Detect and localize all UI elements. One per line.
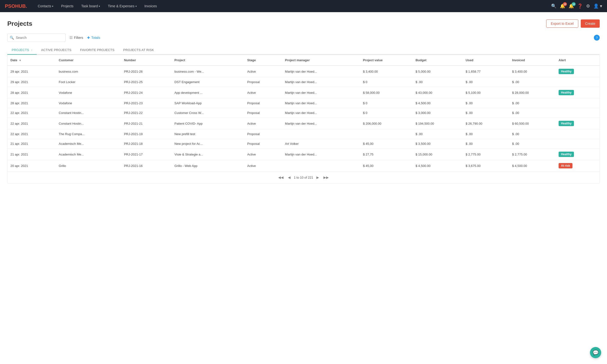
cell-budget: $ .00 bbox=[413, 77, 463, 87]
col-budget[interactable]: Budget bbox=[413, 55, 463, 65]
cell-number: PRJ-2021-23 bbox=[121, 98, 172, 108]
col-alert[interactable]: Alert bbox=[556, 55, 599, 65]
cell-invoiced: $ .00 bbox=[509, 129, 556, 139]
next-page-button[interactable]: ▶ bbox=[315, 175, 320, 180]
col-project[interactable]: Project bbox=[172, 55, 244, 65]
notification-badge-2: 10 bbox=[572, 2, 576, 6]
chevron-down-icon: ▾ bbox=[99, 5, 100, 8]
tab-favorite-projects[interactable]: FAVORITE PROJECTS bbox=[76, 46, 119, 54]
cell-project: DST Engagement bbox=[172, 77, 244, 87]
settings-icon[interactable]: ⚙ bbox=[586, 3, 590, 9]
help-icon[interactable]: ❓ bbox=[577, 3, 583, 9]
export-excel-button[interactable]: Export to Excel bbox=[546, 19, 578, 28]
cell-number: PRJ-2021-17 bbox=[121, 149, 172, 160]
page-content: Projects Export to Excel Create 🔍 ☷ Filt… bbox=[0, 12, 607, 364]
cell-value: $ 0 bbox=[360, 98, 412, 108]
cell-budget: $ 4,500.00 bbox=[413, 160, 463, 171]
cell-value: $ 27,75 bbox=[360, 149, 412, 160]
prev-page-button[interactable]: ◀ bbox=[287, 175, 292, 180]
cell-date: 29 apr. 2021 bbox=[8, 77, 56, 87]
nav-contacts[interactable]: Contacts ▾ bbox=[34, 2, 57, 10]
cell-value: $ 58,000.00 bbox=[360, 87, 412, 98]
search-wrap: 🔍 bbox=[7, 34, 66, 42]
filters-button[interactable]: ☷ Filters bbox=[69, 36, 83, 39]
table-row[interactable]: 22 apr. 2021 Constant Hostin... PRJ-2021… bbox=[8, 108, 599, 118]
nav-time-expenses[interactable]: Time & Expenses ▾ bbox=[104, 2, 140, 10]
col-stage[interactable]: Stage bbox=[244, 55, 282, 65]
table-row[interactable]: 21 apr. 2021 Academisch Me... PRJ-2021-1… bbox=[8, 149, 599, 160]
cell-number: PRJ-2021-22 bbox=[121, 108, 172, 118]
cell-number: PRJ-2021-21 bbox=[121, 118, 172, 129]
cell-number: PRJ-2021-19 bbox=[121, 129, 172, 139]
cell-value: $ 206,000.00 bbox=[360, 118, 412, 129]
cell-manager bbox=[282, 129, 360, 139]
cell-date: 28 apr. 2021 bbox=[8, 87, 56, 98]
search-icon[interactable]: 🔍 bbox=[551, 3, 556, 9]
table-row[interactable]: 29 apr. 2021 Foot Locker PRJ-2021-25 DST… bbox=[8, 77, 599, 87]
cell-project: App development ... bbox=[172, 87, 244, 98]
cell-alert: Healthy bbox=[556, 87, 599, 98]
tab-active-projects[interactable]: ACTIVE PROJECTS bbox=[37, 46, 76, 54]
help-circle-icon[interactable]: ? bbox=[594, 35, 600, 40]
alerts-icon[interactable]: 🔔 10 bbox=[568, 3, 574, 9]
user-icon[interactable]: 👤 ▾ bbox=[594, 3, 602, 9]
col-invoiced[interactable]: Invoiced bbox=[509, 55, 556, 65]
cell-manager: Martijn van der Hoed... bbox=[282, 65, 360, 77]
nav-invoices[interactable]: Invoices bbox=[141, 2, 160, 10]
cell-customer: Constant Hostin... bbox=[56, 118, 121, 129]
cell-invoiced: $ 60,500.00 bbox=[509, 118, 556, 129]
cell-date: 28 apr. 2021 bbox=[8, 98, 56, 108]
cell-number: PRJ-2021-24 bbox=[121, 87, 172, 98]
cell-alert: Healthy bbox=[556, 65, 599, 77]
cell-budget: $ 4,500.00 bbox=[413, 98, 463, 108]
nav-taskboard[interactable]: Task board ▾ bbox=[78, 2, 103, 10]
totals-button[interactable]: ✚ Totals bbox=[87, 36, 100, 39]
last-page-button[interactable]: ▶▶ bbox=[322, 175, 330, 180]
filter-icon: ☷ bbox=[69, 36, 73, 39]
cell-invoiced: $ .00 bbox=[509, 77, 556, 87]
cell-customer: Constant Hostin... bbox=[56, 108, 121, 118]
table-row[interactable]: 22 apr. 2021 The Rug Compa... PRJ-2021-1… bbox=[8, 129, 599, 139]
col-customer[interactable]: Customer bbox=[56, 55, 121, 65]
cell-stage: Proposal bbox=[244, 108, 282, 118]
search-input[interactable] bbox=[7, 34, 66, 42]
notifications-icon[interactable]: 🔔 10 bbox=[560, 3, 565, 9]
col-number[interactable]: Number bbox=[121, 55, 172, 65]
cell-date: 20 apr. 2021 bbox=[8, 160, 56, 171]
header-actions: Export to Excel Create bbox=[546, 19, 600, 28]
cell-alert: At risk bbox=[556, 160, 599, 171]
first-page-button[interactable]: ◀◀ bbox=[277, 175, 285, 180]
table-row[interactable]: 21 apr. 2021 Academisch Me... PRJ-2021-1… bbox=[8, 139, 599, 149]
table-row[interactable]: 20 apr. 2021 Grillo PRJ-2021-16 Grillo -… bbox=[8, 160, 599, 171]
table-row[interactable]: 29 apr. 2021 business.com PRJ-2021-26 bu… bbox=[8, 65, 599, 77]
col-used[interactable]: Used bbox=[463, 55, 509, 65]
cell-manager: Martijn van der Hoed... bbox=[282, 98, 360, 108]
tab-projects-at-risk[interactable]: PROJECTS AT RISK bbox=[119, 46, 158, 54]
status-badge: Healthy bbox=[559, 152, 574, 157]
cell-stage: Proposal bbox=[244, 139, 282, 149]
create-button[interactable]: Create bbox=[581, 19, 600, 28]
cell-project: Grillo - Web App bbox=[172, 160, 244, 171]
col-date[interactable]: Date ▼ bbox=[8, 55, 56, 65]
cell-used: $ 5,100.00 bbox=[463, 87, 509, 98]
logo[interactable]: PSOHUB. bbox=[5, 3, 27, 9]
table-row[interactable]: 28 apr. 2021 Vodafone PRJ-2021-24 App de… bbox=[8, 87, 599, 98]
cell-alert bbox=[556, 108, 599, 118]
cell-used: $ .00 bbox=[463, 77, 509, 87]
cell-customer: business.com bbox=[56, 65, 121, 77]
nav-right: 🔍 🔔 10 🔔 10 ❓ ⚙ 👤 ▾ bbox=[551, 3, 602, 9]
cell-budget: $ 3,000.00 bbox=[413, 108, 463, 118]
cell-value: $ 0 bbox=[360, 108, 412, 118]
cell-manager: Martijn van der Hoed... bbox=[282, 149, 360, 160]
table-row[interactable]: 22 apr. 2021 Constant Hostin... PRJ-2021… bbox=[8, 118, 599, 129]
cell-used: $ 2,775.00 bbox=[463, 149, 509, 160]
nav-projects[interactable]: Projects bbox=[58, 2, 77, 10]
col-manager[interactable]: Project manager bbox=[282, 55, 360, 65]
chat-button[interactable]: 💬 bbox=[590, 347, 601, 358]
tab-projects[interactable]: PROJECTS ↑ bbox=[7, 46, 37, 54]
cell-budget: $ 194,500.00 bbox=[413, 118, 463, 129]
status-badge: Healthy bbox=[559, 121, 574, 126]
cell-alert: Healthy bbox=[556, 149, 599, 160]
col-value[interactable]: Project value bbox=[360, 55, 412, 65]
table-row[interactable]: 28 apr. 2021 Vodafone PRJ-2021-23 SAP Wo… bbox=[8, 98, 599, 108]
